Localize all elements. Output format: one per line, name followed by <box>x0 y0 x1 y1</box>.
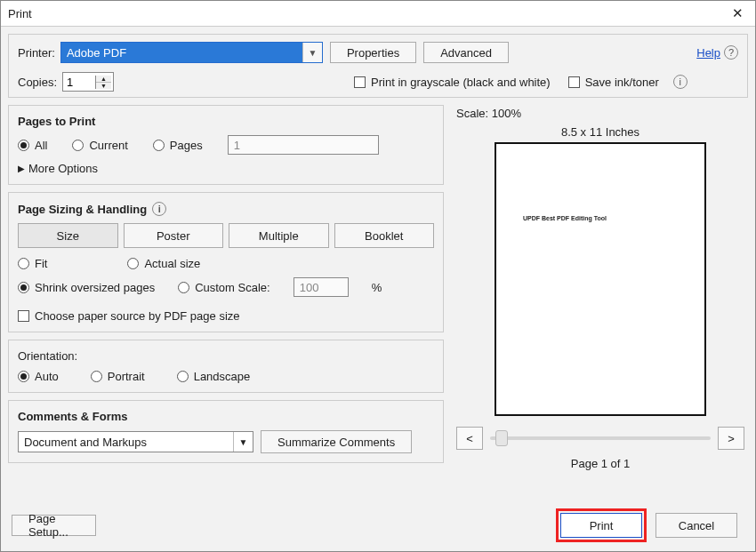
next-page-button[interactable]: > <box>718 427 744 450</box>
page-info: Page 1 of 1 <box>456 457 744 470</box>
choose-paper-checkbox[interactable]: Choose paper source by PDF page size <box>18 309 434 323</box>
preview-area: Scale: 100% 8.5 x 11 Inches UPDF Best PD… <box>453 105 748 492</box>
copies-spinner[interactable]: ▲ ▼ <box>62 72 114 92</box>
copies-label: Copies: <box>18 76 57 89</box>
tab-size[interactable]: Size <box>18 223 118 248</box>
custom-scale-radio[interactable]: Custom Scale: <box>178 281 270 294</box>
tab-poster[interactable]: Poster <box>124 223 224 248</box>
radio-icon <box>178 282 189 293</box>
orientation-panel: Orientation: Auto Portrait Landscape <box>8 340 444 393</box>
cancel-button[interactable]: Cancel <box>655 513 737 538</box>
orientation-landscape[interactable]: Landscape <box>177 370 251 383</box>
page-setup-button[interactable]: Page Setup... <box>12 515 96 536</box>
radio-icon <box>18 371 29 382</box>
prev-page-button[interactable]: < <box>456 427 483 450</box>
radio-icon <box>153 140 165 151</box>
chevron-down-icon[interactable]: ▼ <box>233 432 253 452</box>
titlebar: Print ✕ <box>1 1 755 26</box>
orientation-portrait[interactable]: Portrait <box>91 370 145 383</box>
orientation-heading: Orientation: <box>18 349 434 363</box>
sizing-panel: Page Sizing & Handling i Size Poster Mul… <box>8 192 444 332</box>
actual-radio[interactable]: Actual size <box>127 257 200 270</box>
comments-dropdown[interactable]: Document and Markups ▼ <box>18 431 253 452</box>
spinner-up-icon[interactable]: ▲ <box>96 76 111 83</box>
orientation-auto[interactable]: Auto <box>18 370 59 383</box>
advanced-button[interactable]: Advanced <box>423 42 509 63</box>
save-ink-label: Save ink/toner <box>585 76 659 89</box>
grayscale-checkbox[interactable]: Print in grayscale (black and white) <box>354 76 551 89</box>
close-icon[interactable]: ✕ <box>727 3 748 24</box>
copies-input[interactable] <box>63 73 95 91</box>
shrink-radio[interactable]: Shrink oversized pages <box>18 281 155 294</box>
percent-label: % <box>372 281 382 294</box>
radio-icon <box>177 371 189 382</box>
print-highlight: Print <box>556 508 647 542</box>
triangle-right-icon: ▶ <box>18 164 25 173</box>
info-icon[interactable]: i <box>673 75 688 89</box>
summarize-button[interactable]: Summarize Comments <box>261 430 412 453</box>
window-title: Print <box>8 7 727 20</box>
comments-value: Document and Markups <box>19 436 233 449</box>
printer-label: Printer: <box>18 46 55 60</box>
radio-icon <box>18 282 29 293</box>
preview-dimensions: 8.5 x 11 Inches <box>456 125 744 139</box>
pages-all-radio[interactable]: All <box>18 139 47 152</box>
properties-button[interactable]: Properties <box>330 42 416 63</box>
tab-multiple[interactable]: Multiple <box>229 223 329 248</box>
tab-booklet[interactable]: Booklet <box>334 223 435 248</box>
page-slider[interactable] <box>490 436 711 440</box>
pages-current-radio[interactable]: Current <box>72 139 127 152</box>
checkbox-icon <box>18 310 29 322</box>
radio-icon <box>72 140 84 151</box>
comments-panel: Comments & Forms Document and Markups ▼ … <box>8 400 444 463</box>
top-panel: Printer: Adobe PDF ▼ Properties Advanced… <box>8 34 748 98</box>
printer-value: Adobe PDF <box>61 43 302 62</box>
pages-heading: Pages to Print <box>18 115 434 128</box>
grayscale-label: Print in grayscale (black and white) <box>371 76 551 89</box>
pages-range-input[interactable] <box>228 135 379 155</box>
footer: Page Setup... Print Cancel <box>12 508 744 542</box>
radio-icon <box>18 258 29 269</box>
sizing-heading: Page Sizing & Handling <box>18 203 147 216</box>
checkbox-icon <box>568 76 580 88</box>
preview-content-text: UPDF Best PDF Editing Tool <box>523 215 607 221</box>
dialog-body: Printer: Adobe PDF ▼ Properties Advanced… <box>1 26 755 551</box>
radio-icon <box>127 258 139 269</box>
fit-radio[interactable]: Fit <box>18 257 47 270</box>
page-preview: UPDF Best PDF Editing Tool <box>495 142 706 416</box>
comments-heading: Comments & Forms <box>18 410 434 423</box>
printer-select[interactable]: Adobe PDF ▼ <box>60 42 323 63</box>
custom-scale-input[interactable] <box>294 277 349 297</box>
radio-icon <box>18 140 29 151</box>
pages-panel: Pages to Print All Current Pages <box>8 105 444 185</box>
info-icon[interactable]: i <box>152 202 166 216</box>
checkbox-icon <box>354 76 366 88</box>
save-ink-checkbox[interactable]: Save ink/toner <box>568 76 659 89</box>
help-info-icon[interactable]: ? <box>724 45 738 60</box>
radio-icon <box>91 371 102 382</box>
chevron-down-icon[interactable]: ▼ <box>302 43 322 62</box>
more-options-toggle[interactable]: ▶ More Options <box>18 162 434 175</box>
spinner-down-icon[interactable]: ▼ <box>96 83 111 89</box>
pages-range-radio[interactable]: Pages <box>153 139 203 152</box>
print-button[interactable]: Print <box>560 513 642 538</box>
print-dialog: Print ✕ Printer: Adobe PDF ▼ Properties … <box>0 0 756 552</box>
scale-label: Scale: 100% <box>456 107 744 120</box>
slider-thumb[interactable] <box>495 430 508 446</box>
help-link[interactable]: Help <box>696 46 720 60</box>
